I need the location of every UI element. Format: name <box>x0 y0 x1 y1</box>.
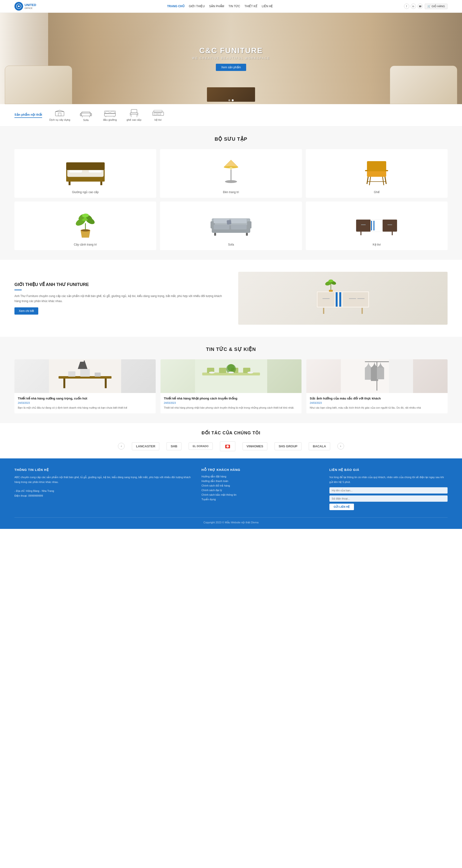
collection-item-tv-stand[interactable]: Kệ tivi <box>306 202 447 250</box>
svg-rect-70 <box>383 220 397 231</box>
plant-image <box>19 209 151 240</box>
svg-rect-17 <box>131 110 137 113</box>
svg-rect-73 <box>371 221 372 230</box>
footer-link-jobs[interactable]: Tuyển dụng <box>201 498 320 501</box>
svg-rect-83 <box>349 298 356 299</box>
hero-title: C&C FUNITURE <box>192 46 270 55</box>
nav-item-about[interactable]: GIỚI THIỆU <box>189 5 205 8</box>
footer-link-payment[interactable]: Hướng dẫn thanh toán <box>201 479 320 483</box>
category-item-build[interactable]: Dịch vụ xây dựng <box>49 109 70 121</box>
svg-rect-103 <box>219 368 226 373</box>
footer-submit-button[interactable]: GỬI LIÊN HỆ <box>329 504 354 510</box>
svg-rect-95 <box>105 378 107 388</box>
category-item-chair[interactable]: ghế cao cấp <box>125 109 142 121</box>
svg-rect-69 <box>371 220 383 231</box>
logo-main-text: UNITED <box>25 3 36 7</box>
svg-rect-61 <box>231 225 247 229</box>
footer-link-order[interactable]: Hướng dẫn đặt hàng <box>201 475 320 478</box>
main-nav: TRANG CHỦ GIỚI THIỆU SẢN PHẨM TIN TỨC TH… <box>167 5 273 8</box>
news-desc-3: Như các bạn cũng biết, màu sắc kích thíc… <box>310 406 444 410</box>
svg-rect-81 <box>343 292 368 307</box>
about-divider <box>15 289 22 290</box>
collection-item-lamp[interactable]: Đèn trang trí <box>160 149 302 198</box>
news-card-1[interactable]: Thiết kế nhà hàng nướng sang trọng, cuốn… <box>15 359 156 413</box>
svg-rect-71 <box>361 224 366 225</box>
svg-point-119 <box>226 445 229 447</box>
bed-head-icon <box>104 109 116 117</box>
svg-point-37 <box>230 167 232 170</box>
footer-name-input[interactable] <box>329 487 447 494</box>
logo[interactable]: UNITED OFFICE <box>15 2 36 10</box>
footer-link-returns[interactable]: Chính sách đổi trả hàng <box>201 484 320 487</box>
svg-rect-80 <box>318 292 335 307</box>
cart-icon: 🛒 <box>427 5 431 8</box>
partners-title: ĐỐI TÁC CỦA CHÚNG TÔI <box>15 430 447 436</box>
footer-link-agency[interactable]: Chính sách đại lý <box>201 489 320 492</box>
chair-image <box>311 156 443 188</box>
svg-rect-74 <box>373 221 374 230</box>
svg-rect-31 <box>66 162 105 170</box>
news-card-3[interactable]: Sức ảnh hưởng của màu sắc đối với thực k… <box>306 359 447 413</box>
nav-item-products[interactable]: SẢN PHẨM <box>209 5 224 8</box>
svg-rect-117 <box>389 359 413 393</box>
nav-item-design[interactable]: THIẾT KẾ <box>244 5 257 8</box>
instagram-icon[interactable]: in <box>411 4 416 9</box>
collection-item-bed[interactable]: Giường ngủ cao cấp <box>15 149 156 198</box>
news-grid: Thiết kế nhà hàng nướng sang trọng, cuốn… <box>15 359 447 413</box>
svg-rect-38 <box>367 171 386 177</box>
footer-phone: Điện thoại: 0999999999 <box>15 494 192 498</box>
svg-rect-13 <box>106 111 109 113</box>
nav-item-news[interactable]: TIN TỨC <box>229 5 240 8</box>
logo-sub-text: OFFICE <box>25 7 36 9</box>
hero-dot-2[interactable] <box>232 99 234 101</box>
footer-col-contact: THÔNG TIN LIÊN HỆ ABC chuyên cung cấp cá… <box>15 468 192 510</box>
nav-item-contact[interactable]: LIÊN HỆ <box>262 5 273 8</box>
bed-image <box>19 156 151 188</box>
facebook-icon[interactable]: f <box>404 4 409 9</box>
svg-rect-96 <box>68 371 75 377</box>
collection-item-plant[interactable]: Cây cảnh trang trí <box>15 202 156 250</box>
news-body-2: Thiết kế nhà hàng Nhật phong cách truyền… <box>161 393 302 413</box>
about-text: GIỚI THIỆU VỀ ANH THƯ FUNITURE Anh Thư F… <box>15 282 224 315</box>
svg-point-108 <box>209 372 214 373</box>
svg-rect-5 <box>81 113 91 116</box>
category-item-tv[interactable]: kệ tivi <box>150 109 167 121</box>
about-title: GIỚI THIỆU VỀ ANH THƯ FUNITURE <box>15 282 224 287</box>
nav-item-home[interactable]: TRANG CHỦ <box>167 5 184 8</box>
category-item-sofa[interactable]: Sofa <box>78 109 94 121</box>
svg-rect-84 <box>357 298 365 299</box>
category-item-bed[interactable]: đầu giường <box>102 109 118 121</box>
partners-next-button[interactable]: › <box>337 443 344 450</box>
header: UNITED OFFICE TRANG CHỦ GIỚI THIỆU SẢN P… <box>0 0 462 13</box>
cart-button[interactable]: 🛒 GIỎ HÀNG <box>425 4 447 9</box>
news-card-2[interactable]: Thiết kế nhà hàng Nhật phong cách truyền… <box>161 359 302 413</box>
news-desc-1: Bạn là một chủ đầu tư đang có ý định kin… <box>18 406 152 410</box>
about-cta-button[interactable]: Xem chi tiết <box>15 307 38 315</box>
news-date-3: 24/03/2023 <box>310 402 444 404</box>
footer-link-privacy[interactable]: Chính sách bảo mật thông tin <box>201 493 320 496</box>
footer-contact-title: THÔNG TIN LIÊN HỆ <box>15 468 192 472</box>
svg-rect-99 <box>84 361 85 363</box>
footer-copyright: Copyright 2023 © Mẫu Website nội thất Di… <box>15 517 447 524</box>
collection-item-sofa[interactable]: Sofa <box>160 202 302 250</box>
categories-bar: Sản phẩm nội thất Dịch vụ xây dựng Sofa <box>0 104 462 126</box>
phone-icon[interactable]: ☎ <box>417 4 423 9</box>
svg-rect-39 <box>367 161 386 171</box>
hero-dot-1[interactable] <box>228 99 230 101</box>
partner-logo-shb: SHB <box>167 442 181 450</box>
partner-logo-shs: SHS GROUP <box>275 442 301 450</box>
tv-stand-image <box>311 209 443 240</box>
svg-rect-60 <box>214 225 229 229</box>
about-section: GIỚI THIỆU VỀ ANH THƯ FUNITURE Anh Thư F… <box>0 260 462 337</box>
partners-prev-button[interactable]: ‹ <box>118 443 125 450</box>
footer-phone-input[interactable] <box>329 495 447 502</box>
hero-cta-button[interactable]: Xem sản phẩm <box>216 64 246 71</box>
hero-subtitle: WE CREATIVE BEAUTIFUL WORKSPACE <box>192 57 270 60</box>
cart-label: GIỎ HÀNG <box>432 5 445 8</box>
logo-icon <box>15 2 23 10</box>
category-label-chair: ghế cao cấp <box>126 118 142 121</box>
svg-line-40 <box>367 177 368 184</box>
svg-rect-66 <box>246 233 248 236</box>
collection-item-chair[interactable]: Ghế <box>306 149 447 198</box>
svg-rect-59 <box>247 221 252 228</box>
